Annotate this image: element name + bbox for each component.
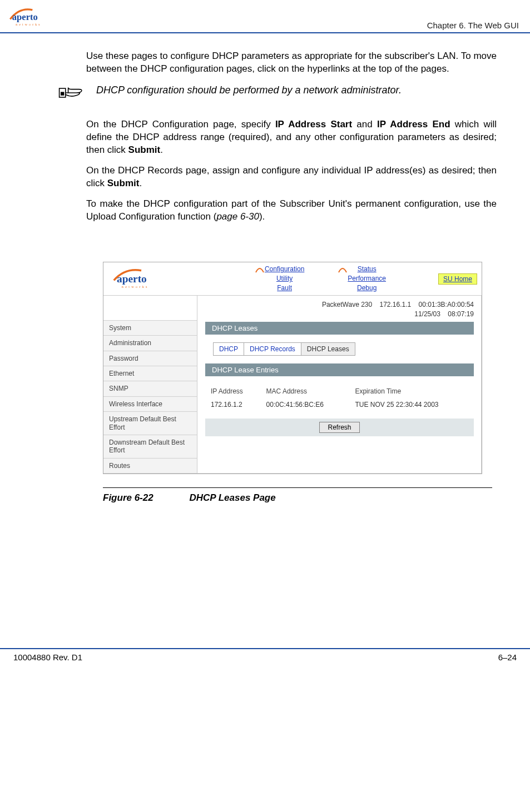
- page-ref-link[interactable]: page 6-30: [216, 211, 259, 222]
- tab-dhcp-records[interactable]: DHCP Records: [244, 343, 301, 355]
- dhcp-tabs: DHCP DHCP Records DHCP Leases: [213, 342, 355, 356]
- sidebar-item-downstream[interactable]: Downstream Default Best Effort: [103, 435, 197, 459]
- figure-title: DHCP Leases Page: [189, 492, 275, 503]
- nav-utility[interactable]: Utility: [276, 274, 293, 283]
- sidebar-item-ethernet[interactable]: Ethernet: [103, 366, 197, 381]
- col-exp: Expiration Time: [350, 385, 473, 397]
- sidebar-item-snmp[interactable]: SNMP: [103, 381, 197, 396]
- screenshot-logo: aperto n e t w o r k s: [108, 266, 219, 292]
- svg-text:aperto: aperto: [12, 12, 38, 22]
- arc-icon: [255, 266, 265, 273]
- cell-mac: 00:0C:41:56:BC:E6: [262, 398, 350, 411]
- chapter-title: Chapter 6. The Web GUI: [427, 21, 519, 30]
- footer-revision: 10004880 Rev. D1: [13, 652, 82, 662]
- nav-status[interactable]: Status: [358, 265, 377, 274]
- sidebar-item-wireless[interactable]: Wireless Interface: [103, 397, 197, 412]
- footer-page-number: 6–24: [498, 652, 517, 662]
- section-lease-entries: DHCP Lease Entries: [205, 363, 474, 376]
- nav-col-2: Status Performance Debug: [348, 265, 386, 292]
- main-panel: PacketWave 230 172.16.1.1 00:01:3B:A0:00…: [197, 296, 482, 474]
- svg-text:n e t w o r k s: n e t w o r k s: [16, 23, 40, 26]
- page-header: aperto n e t w o r k s Chapter 6. The We…: [0, 0, 530, 33]
- sidebar-item-password[interactable]: Password: [103, 351, 197, 366]
- tab-dhcp[interactable]: DHCP: [214, 343, 244, 355]
- nav-performance[interactable]: Performance: [348, 274, 386, 283]
- nav-configuration[interactable]: Configuration: [265, 265, 304, 274]
- aperto-logo: aperto n e t w o r k s: [6, 6, 61, 30]
- col-mac: MAC Address: [262, 385, 350, 397]
- device-meta: PacketWave 230 172.16.1.1 00:01:3B:A0:00…: [205, 300, 474, 319]
- section-dhcp-leases: DHCP Leases: [205, 322, 474, 335]
- table-row: 172.16.1.2 00:0C:41:56:BC:E6 TUE NOV 25 …: [206, 398, 473, 411]
- page-content: Use these pages to configure DHCP parame…: [0, 33, 530, 520]
- intro-paragraph: Use these pages to configure DHCP parame…: [86, 50, 497, 76]
- arc-icon: [338, 266, 348, 273]
- dhcp-leases-screenshot: aperto n e t w o r k s Configuration Uti…: [103, 262, 482, 474]
- cell-exp: TUE NOV 25 22:30:44 2003: [350, 398, 473, 411]
- screenshot-header: aperto n e t w o r k s Configuration Uti…: [103, 262, 482, 295]
- lease-table: IP Address MAC Address Expiration Time 1…: [205, 384, 474, 412]
- records-paragraph: On the DHCP Records page, assign and con…: [86, 165, 497, 190]
- refresh-row: Refresh: [205, 419, 474, 436]
- sidebar-item-system[interactable]: System: [103, 321, 197, 336]
- nav-debug[interactable]: Debug: [357, 283, 377, 293]
- sidebar-item-administration[interactable]: Administration: [103, 336, 197, 351]
- col-ip: IP Address: [206, 385, 261, 397]
- svg-text:n e t w o r k s: n e t w o r k s: [122, 286, 148, 289]
- note-callout: DHCP configuration should be performed b…: [58, 83, 497, 105]
- table-header-row: IP Address MAC Address Expiration Time: [206, 385, 473, 397]
- cell-ip: 172.16.1.2: [206, 398, 261, 411]
- svg-rect-3: [61, 92, 64, 95]
- figure-number: Figure 6-22: [103, 492, 153, 503]
- nav-fault[interactable]: Fault: [277, 283, 292, 293]
- note-text: DHCP configuration should be performed b…: [96, 83, 402, 96]
- upload-paragraph: To make the DHCP configuration part of t…: [86, 198, 497, 223]
- nav-col-1: Configuration Utility Fault: [265, 265, 304, 292]
- sidebar-item-routes[interactable]: Routes: [103, 459, 197, 474]
- refresh-button[interactable]: Refresh: [319, 422, 359, 433]
- sidebar: System Administration Password Ethernet …: [103, 296, 197, 474]
- su-home-button[interactable]: SU Home: [438, 273, 477, 285]
- page-footer: 10004880 Rev. D1 6–24: [0, 648, 530, 665]
- figure-caption: Figure 6-22 DHCP Leases Page: [103, 492, 497, 504]
- pointing-hand-icon: [58, 83, 85, 105]
- svg-text:aperto: aperto: [117, 273, 147, 285]
- sidebar-item-upstream[interactable]: Upstream Default Best Effort: [103, 412, 197, 435]
- figure-rule: [103, 487, 492, 488]
- config-paragraph: On the DHCP Configuration page, specify …: [86, 118, 497, 157]
- tab-dhcp-leases[interactable]: DHCP Leases: [301, 343, 355, 355]
